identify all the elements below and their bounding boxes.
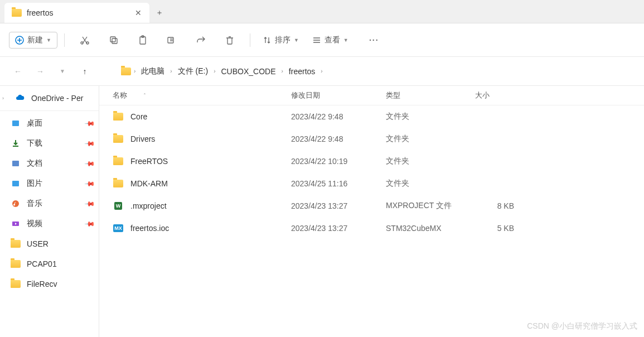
share-button[interactable] <box>192 31 210 49</box>
pin-icon: 📌 <box>84 198 96 210</box>
breadcrumb: › 此电脑 › 文件 (E:) › CUBOX_CODE › freertos … <box>120 64 323 79</box>
sidebar-label: OneDrive - Per <box>31 94 94 103</box>
view-label: 查看 <box>325 35 340 45</box>
back-button[interactable]: ← <box>9 62 27 80</box>
sort-icon <box>263 36 272 45</box>
column-header-type[interactable]: 类型 <box>386 90 475 100</box>
copy-button[interactable] <box>105 31 123 49</box>
sidebar-item-icon <box>10 178 21 189</box>
pin-icon: 📌 <box>84 118 96 129</box>
file-size: 5 KB <box>475 224 520 233</box>
sidebar-item-icon <box>10 158 21 169</box>
file-row[interactable]: MXfreertos.ioc2023/4/23 13:27STM32CubeMX… <box>99 217 644 239</box>
chevron-right-icon: › <box>2 95 9 101</box>
file-date: 2023/4/25 11:16 <box>291 179 386 188</box>
sidebar-quick-item[interactable]: 图片📌 <box>0 174 99 194</box>
new-button[interactable]: 新建 ▼ <box>9 32 57 49</box>
file-date: 2023/4/22 9:48 <box>291 112 386 121</box>
more-button[interactable]: ··· <box>365 31 383 49</box>
sidebar-item-label: FileRecv <box>27 280 94 288</box>
file-icon: MX <box>113 223 124 234</box>
breadcrumb-item[interactable]: CUBOX_CODE <box>217 65 279 78</box>
file-row[interactable]: MDK-ARM2023/4/25 11:16文件夹 <box>99 172 644 195</box>
sidebar-item-label: 视频 <box>27 219 80 229</box>
forward-button[interactable]: → <box>31 62 49 80</box>
active-tab[interactable]: freertos ✕ <box>4 3 149 23</box>
paste-button[interactable] <box>134 31 152 49</box>
tab-title: freertos <box>27 8 129 17</box>
file-row[interactable]: FreeRTOS2023/4/22 10:19文件夹 <box>99 150 644 172</box>
file-row[interactable]: Drivers2023/4/22 9:48文件夹 <box>99 128 644 150</box>
file-name: Drivers <box>130 134 155 143</box>
file-type: 文件夹 <box>386 156 475 166</box>
sidebar-quick-item[interactable]: USER <box>0 234 99 254</box>
file-date: 2023/4/23 13:27 <box>291 201 386 210</box>
recent-dropdown[interactable]: ▼ <box>54 62 71 80</box>
new-button-label: 新建 <box>27 35 43 45</box>
breadcrumb-item[interactable]: freertos <box>285 65 318 78</box>
folder-icon <box>11 7 22 18</box>
file-type: 文件夹 <box>386 179 475 189</box>
file-name: .mxproject <box>130 201 167 210</box>
file-row[interactable]: Core2023/4/22 9:48文件夹 <box>99 105 644 128</box>
sidebar-onedrive[interactable]: › OneDrive - Per <box>0 88 99 108</box>
close-tab-button[interactable]: ✕ <box>134 8 143 17</box>
column-header-size[interactable]: 大小 <box>475 90 520 100</box>
file-size: 8 KB <box>475 201 520 210</box>
column-header-name[interactable]: 名称ˆ <box>113 90 291 100</box>
pin-icon: 📌 <box>84 158 96 170</box>
sidebar-quick-item[interactable]: 视频📌 <box>0 214 99 234</box>
rename-button[interactable] <box>163 31 181 49</box>
svg-rect-3 <box>110 37 115 42</box>
new-tab-button[interactable]: ＋ <box>149 3 170 23</box>
divider <box>250 33 250 47</box>
sidebar-item-label: 图片 <box>27 179 80 189</box>
column-header-row: 名称ˆ 修改日期 类型 大小 <box>99 86 644 105</box>
sidebar-item-label: 桌面 <box>27 118 80 128</box>
file-name: Core <box>130 112 147 121</box>
delete-button[interactable] <box>221 31 239 49</box>
chevron-down-icon: ▼ <box>46 37 51 43</box>
sidebar-item-label: 下载 <box>27 138 80 148</box>
breadcrumb-item[interactable]: 文件 (E:) <box>175 64 211 79</box>
breadcrumb-row: ← → ▼ ↑ › 此电脑 › 文件 (E:) › CUBOX_CODE › f… <box>0 57 644 86</box>
sidebar-item-label: USER <box>27 239 94 248</box>
file-type: 文件夹 <box>386 112 475 122</box>
sidebar-quick-item[interactable]: 下载📌 <box>0 133 99 153</box>
chevron-right-icon: › <box>134 68 135 74</box>
pin-icon: 📌 <box>84 138 96 150</box>
sidebar-item-icon <box>10 238 21 249</box>
sidebar-item-icon <box>10 278 21 290</box>
svg-rect-7 <box>168 37 173 43</box>
sidebar-quick-item[interactable]: 桌面📌 <box>0 113 99 133</box>
plus-circle-icon <box>15 36 24 45</box>
sidebar: › OneDrive - Per 桌面📌下载📌文档📌图片📌音乐📌视频📌USERP… <box>0 86 99 337</box>
divider <box>64 33 65 47</box>
file-date: 2023/4/22 10:19 <box>291 157 386 166</box>
chevron-down-icon: ▼ <box>294 37 299 43</box>
sidebar-quick-item[interactable]: FileRecv <box>0 274 99 294</box>
column-header-date[interactable]: 修改日期 <box>291 90 386 100</box>
sort-button[interactable]: 排序 ▼ <box>257 32 304 49</box>
chevron-right-icon: › <box>170 68 172 74</box>
up-button[interactable]: ↑ <box>76 62 94 80</box>
svg-point-11 <box>12 200 19 207</box>
file-icon <box>113 111 124 122</box>
file-row[interactable]: W.mxproject2023/4/23 13:27MXPROJECT 文件8 … <box>99 195 644 217</box>
sort-label: 排序 <box>275 35 290 45</box>
svg-rect-9 <box>12 161 19 166</box>
sidebar-quick-item[interactable]: PCAP01 <box>0 254 99 274</box>
chevron-down-icon: ▼ <box>343 37 348 43</box>
file-type: MXPROJECT 文件 <box>386 201 475 211</box>
sidebar-item-icon <box>10 118 21 129</box>
sidebar-item-icon <box>10 138 21 149</box>
breadcrumb-item[interactable]: 此电脑 <box>138 64 168 79</box>
cut-button[interactable] <box>76 31 94 49</box>
sidebar-item-icon <box>10 218 21 229</box>
file-name: freertos.ioc <box>130 224 169 233</box>
view-button[interactable]: 查看 ▼ <box>307 32 354 49</box>
svg-rect-4 <box>112 38 117 44</box>
sidebar-quick-item[interactable]: 音乐📌 <box>0 194 99 214</box>
sidebar-quick-item[interactable]: 文档📌 <box>0 153 99 174</box>
chevron-right-icon: › <box>321 68 322 74</box>
